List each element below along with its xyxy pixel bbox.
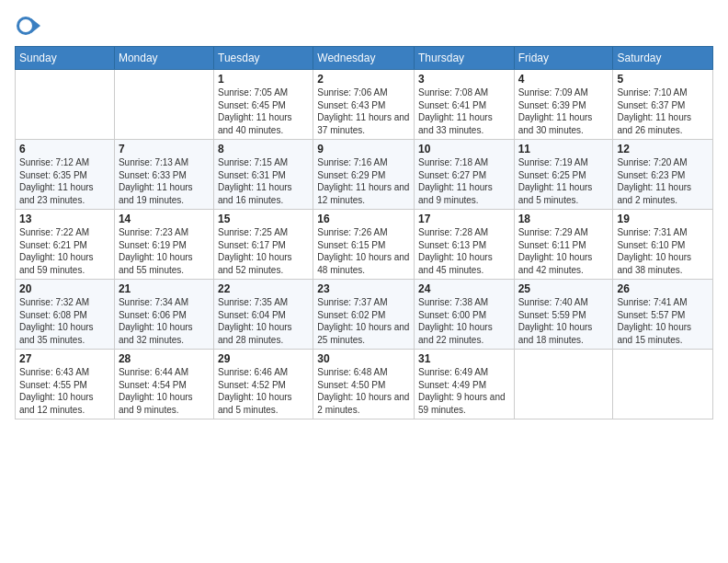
day-info: Sunrise: 6:44 AMSunset: 4:54 PMDaylight:…: [119, 367, 193, 415]
svg-marker-1: [31, 18, 40, 33]
calendar-cell: [16, 70, 115, 140]
calendar-cell: [114, 70, 213, 140]
day-info: Sunrise: 7:18 AMSunset: 6:27 PMDaylight:…: [418, 157, 493, 205]
weekday-header-friday: Friday: [514, 47, 613, 70]
day-info: Sunrise: 7:23 AMSunset: 6:19 PMDaylight:…: [119, 227, 193, 275]
day-info: Sunrise: 7:19 AMSunset: 6:25 PMDaylight:…: [518, 157, 593, 205]
calendar-cell: 10Sunrise: 7:18 AMSunset: 6:27 PMDayligh…: [415, 140, 515, 210]
calendar-cell: 12Sunrise: 7:20 AMSunset: 6:23 PMDayligh…: [613, 140, 713, 210]
day-number: 13: [19, 213, 110, 225]
day-number: 7: [119, 143, 210, 155]
day-number: 24: [418, 282, 510, 295]
calendar-cell: 13Sunrise: 7:22 AMSunset: 6:21 PMDayligh…: [16, 210, 115, 280]
day-number: 1: [218, 73, 309, 86]
day-info: Sunrise: 7:22 AMSunset: 6:21 PMDaylight:…: [19, 227, 94, 275]
day-number: 29: [218, 352, 309, 365]
day-number: 2: [317, 73, 410, 86]
calendar-cell: 15Sunrise: 7:25 AMSunset: 6:17 PMDayligh…: [214, 210, 313, 280]
calendar-cell: 8Sunrise: 7:15 AMSunset: 6:31 PMDaylight…: [214, 140, 313, 210]
day-info: Sunrise: 6:43 AMSunset: 4:55 PMDaylight:…: [19, 367, 94, 415]
day-number: 3: [418, 73, 510, 86]
day-number: 31: [418, 352, 510, 365]
day-number: 30: [317, 352, 410, 365]
calendar-cell: [514, 350, 613, 419]
day-info: Sunrise: 7:40 AMSunset: 5:59 PMDaylight:…: [518, 297, 593, 345]
logo: [15, 13, 44, 39]
weekday-header-thursday: Thursday: [415, 47, 515, 70]
logo-icon: [15, 13, 40, 39]
day-number: 18: [518, 213, 609, 225]
weekday-header-wednesday: Wednesday: [313, 47, 415, 70]
day-info: Sunrise: 7:41 AMSunset: 5:57 PMDaylight:…: [617, 297, 691, 345]
day-number: 8: [218, 143, 309, 155]
day-number: 11: [518, 143, 609, 155]
day-info: Sunrise: 7:05 AMSunset: 6:45 PMDaylight:…: [218, 87, 292, 135]
day-number: 21: [119, 282, 210, 295]
weekday-header-tuesday: Tuesday: [214, 47, 313, 70]
calendar-cell: 6Sunrise: 7:12 AMSunset: 6:35 PMDaylight…: [16, 140, 115, 210]
day-info: Sunrise: 6:48 AMSunset: 4:50 PMDaylight:…: [317, 367, 409, 415]
calendar-cell: 4Sunrise: 7:09 AMSunset: 6:39 PMDaylight…: [514, 70, 613, 140]
calendar-cell: 23Sunrise: 7:37 AMSunset: 6:02 PMDayligh…: [313, 280, 415, 350]
week-row-1: 6Sunrise: 7:12 AMSunset: 6:35 PMDaylight…: [16, 140, 713, 210]
calendar-cell: 14Sunrise: 7:23 AMSunset: 6:19 PMDayligh…: [114, 210, 213, 280]
calendar-cell: 29Sunrise: 6:46 AMSunset: 4:52 PMDayligh…: [214, 350, 313, 419]
day-number: 9: [317, 143, 410, 155]
calendar-cell: 20Sunrise: 7:32 AMSunset: 6:08 PMDayligh…: [16, 280, 115, 350]
weekday-header-monday: Monday: [114, 47, 213, 70]
day-info: Sunrise: 7:38 AMSunset: 6:00 PMDaylight:…: [418, 297, 493, 345]
calendar-cell: 16Sunrise: 7:26 AMSunset: 6:15 PMDayligh…: [313, 210, 415, 280]
day-number: 26: [617, 282, 709, 295]
week-row-3: 20Sunrise: 7:32 AMSunset: 6:08 PMDayligh…: [16, 280, 713, 350]
day-number: 15: [218, 213, 309, 225]
calendar-cell: 17Sunrise: 7:28 AMSunset: 6:13 PMDayligh…: [415, 210, 515, 280]
day-info: Sunrise: 7:25 AMSunset: 6:17 PMDaylight:…: [218, 227, 292, 275]
day-info: Sunrise: 7:09 AMSunset: 6:39 PMDaylight:…: [518, 87, 593, 135]
calendar-cell: 21Sunrise: 7:34 AMSunset: 6:06 PMDayligh…: [114, 280, 213, 350]
weekday-header-saturday: Saturday: [613, 47, 713, 70]
day-number: 12: [617, 143, 709, 155]
day-info: Sunrise: 7:34 AMSunset: 6:06 PMDaylight:…: [119, 297, 193, 345]
day-info: Sunrise: 7:15 AMSunset: 6:31 PMDaylight:…: [218, 157, 292, 205]
day-number: 16: [317, 213, 410, 225]
day-info: Sunrise: 7:37 AMSunset: 6:02 PMDaylight:…: [317, 297, 409, 345]
calendar-cell: 5Sunrise: 7:10 AMSunset: 6:37 PMDaylight…: [613, 70, 713, 140]
calendar-cell: 22Sunrise: 7:35 AMSunset: 6:04 PMDayligh…: [214, 280, 313, 350]
day-number: 22: [218, 282, 309, 295]
day-info: Sunrise: 7:10 AMSunset: 6:37 PMDaylight:…: [617, 87, 691, 135]
calendar-cell: 2Sunrise: 7:06 AMSunset: 6:43 PMDaylight…: [313, 70, 415, 140]
day-info: Sunrise: 6:49 AMSunset: 4:49 PMDaylight:…: [418, 367, 506, 415]
week-row-0: 1Sunrise: 7:05 AMSunset: 6:45 PMDaylight…: [16, 70, 713, 140]
day-number: 20: [19, 282, 110, 295]
calendar-cell: [613, 350, 713, 419]
svg-point-2: [19, 19, 32, 32]
week-row-4: 27Sunrise: 6:43 AMSunset: 4:55 PMDayligh…: [16, 350, 713, 419]
calendar-cell: 28Sunrise: 6:44 AMSunset: 4:54 PMDayligh…: [114, 350, 213, 419]
day-number: 28: [119, 352, 210, 365]
day-info: Sunrise: 6:46 AMSunset: 4:52 PMDaylight:…: [218, 367, 292, 415]
day-info: Sunrise: 7:20 AMSunset: 6:23 PMDaylight:…: [617, 157, 691, 205]
day-number: 23: [317, 282, 410, 295]
day-info: Sunrise: 7:06 AMSunset: 6:43 PMDaylight:…: [317, 87, 409, 135]
calendar-cell: 30Sunrise: 6:48 AMSunset: 4:50 PMDayligh…: [313, 350, 415, 419]
calendar-cell: 25Sunrise: 7:40 AMSunset: 5:59 PMDayligh…: [514, 280, 613, 350]
calendar-cell: 19Sunrise: 7:31 AMSunset: 6:10 PMDayligh…: [613, 210, 713, 280]
day-number: 25: [518, 282, 609, 295]
calendar-table: SundayMondayTuesdayWednesdayThursdayFrid…: [15, 46, 713, 419]
day-number: 14: [119, 213, 210, 225]
week-row-2: 13Sunrise: 7:22 AMSunset: 6:21 PMDayligh…: [16, 210, 713, 280]
day-info: Sunrise: 7:26 AMSunset: 6:15 PMDaylight:…: [317, 227, 409, 275]
calendar-cell: 9Sunrise: 7:16 AMSunset: 6:29 PMDaylight…: [313, 140, 415, 210]
weekday-header-sunday: Sunday: [16, 47, 115, 70]
calendar-cell: 3Sunrise: 7:08 AMSunset: 6:41 PMDaylight…: [415, 70, 515, 140]
day-info: Sunrise: 7:13 AMSunset: 6:33 PMDaylight:…: [119, 157, 193, 205]
day-number: 19: [617, 213, 709, 225]
day-number: 10: [418, 143, 510, 155]
day-info: Sunrise: 7:29 AMSunset: 6:11 PMDaylight:…: [518, 227, 593, 275]
day-info: Sunrise: 7:35 AMSunset: 6:04 PMDaylight:…: [218, 297, 292, 345]
calendar-cell: 18Sunrise: 7:29 AMSunset: 6:11 PMDayligh…: [514, 210, 613, 280]
calendar-cell: 27Sunrise: 6:43 AMSunset: 4:55 PMDayligh…: [16, 350, 115, 419]
day-info: Sunrise: 7:08 AMSunset: 6:41 PMDaylight:…: [418, 87, 493, 135]
day-info: Sunrise: 7:32 AMSunset: 6:08 PMDaylight:…: [19, 297, 94, 345]
header: [15, 9, 713, 39]
